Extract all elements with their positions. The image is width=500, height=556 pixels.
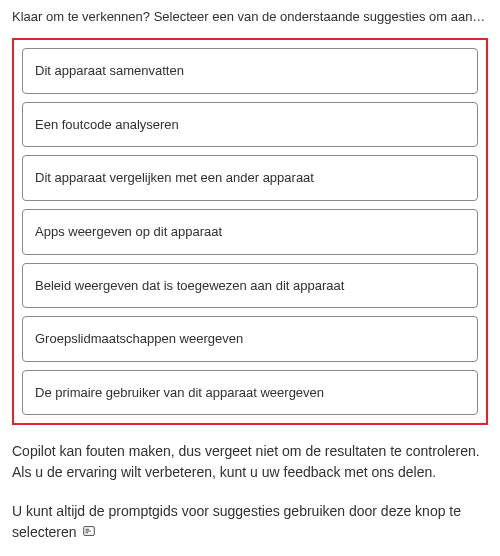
prompt-guide-label: U kunt altijd de promptgids voor suggest… [12, 503, 461, 540]
intro-text: Klaar om te verkennen? Selecteer een van… [12, 8, 488, 26]
suggestion-show-primary-user[interactable]: De primaire gebruiker van dit apparaat w… [22, 370, 478, 416]
suggestions-highlight-box: Dit apparaat samenvatten Een foutcode an… [12, 38, 488, 425]
suggestion-compare-device[interactable]: Dit apparaat vergelijken met een ander a… [22, 155, 478, 201]
suggestion-show-apps[interactable]: Apps weergeven op dit apparaat [22, 209, 478, 255]
suggestion-show-group-memberships[interactable]: Groepslidmaatschappen weergeven [22, 316, 478, 362]
prompt-guide-icon [82, 523, 96, 544]
suggestion-analyze-error-code[interactable]: Een foutcode analyseren [22, 102, 478, 148]
prompt-guide-text: U kunt altijd de promptgids voor suggest… [12, 501, 488, 544]
suggestion-summarize-device[interactable]: Dit apparaat samenvatten [22, 48, 478, 94]
suggestion-show-policies[interactable]: Beleid weergeven dat is toegewezen aan d… [22, 263, 478, 309]
disclaimer-text: Copilot kan fouten maken, dus vergeet ni… [12, 441, 488, 483]
